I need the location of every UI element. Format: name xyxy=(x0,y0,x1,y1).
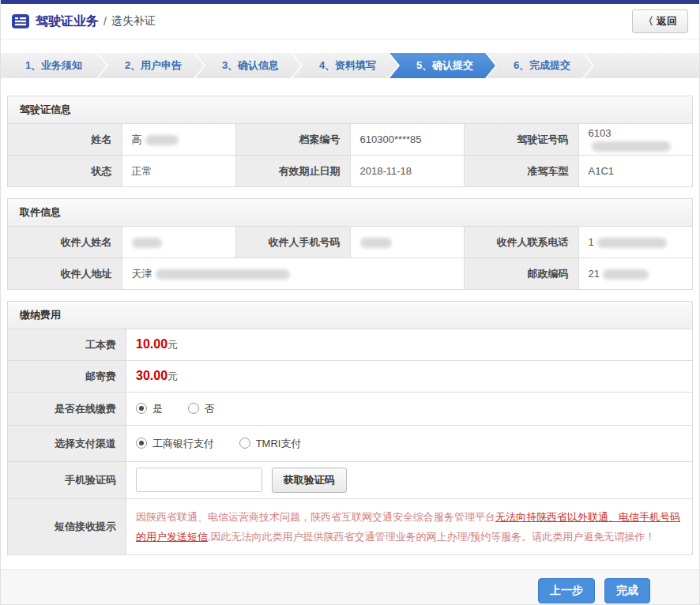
file-no-label: 档案编号 xyxy=(236,124,351,156)
radio-online-yes[interactable] xyxy=(136,403,147,414)
breadcrumb-current: 遗失补证 xyxy=(111,14,156,28)
step-wizard-filler xyxy=(584,53,699,78)
fee-unit: 元 xyxy=(167,339,178,351)
section-payment: 缴纳费用 工本费 10.00元 邮寄费 30.00元 是否在线缴费 是 否 选择… xyxy=(7,301,693,555)
sms-tip-text: 因陕西省联通、电信运营商技术问题，陕西省互联网交通安全综合服务管理平台无法向持陕… xyxy=(136,502,683,551)
page: 驾驶证业务 / 遗失补证 〈返回 1、业务须知 2、用户申告 3、确认信息 4、… xyxy=(0,0,700,605)
radio-channel-icbc[interactable] xyxy=(136,438,147,449)
redaction-blur xyxy=(592,141,671,152)
name-label: 姓名 xyxy=(8,124,122,156)
table-row: 手机验证码 获取验证码 xyxy=(8,462,693,499)
name-value: 高 xyxy=(122,124,236,156)
online-payment-label: 是否在线缴费 xyxy=(8,393,126,426)
radio-channel-icbc-label[interactable]: 工商银行支付 xyxy=(152,438,214,449)
redaction-blur xyxy=(360,238,392,248)
vehicle-class-label: 准驾车型 xyxy=(465,156,579,187)
step-3-confirm-info[interactable]: 3、确认信息 xyxy=(195,53,301,78)
table-row: 收件人地址 天津 邮政编码 21 xyxy=(8,258,693,290)
payment-table: 工本费 10.00元 邮寄费 30.00元 是否在线缴费 是 否 选择支付渠道 … xyxy=(7,329,693,555)
recipient-phone-label: 收件人联系电话 xyxy=(465,227,579,258)
table-row: 短信接收提示 因陕西省联通、电信运营商技术问题，陕西省互联网交通安全综合服务管理… xyxy=(8,499,693,555)
redaction-blur xyxy=(132,238,162,248)
sms-code-input[interactable] xyxy=(136,468,262,492)
step-5-confirm-submit[interactable]: 5、确认提交 xyxy=(390,53,495,78)
fee-unit: 元 xyxy=(167,370,178,382)
license-info-table: 姓名 高 档案编号 610300****85 驾驶证号码 6103 状态 正常 … xyxy=(7,123,693,187)
finish-button[interactable]: 完成 xyxy=(604,578,650,603)
table-row: 收件人姓名 收件人手机号码 收件人联系电话 1 xyxy=(8,227,693,258)
postcode-label: 邮政编码 xyxy=(465,258,579,290)
radio-channel-tmri-label[interactable]: TMRI支付 xyxy=(256,438,302,449)
table-row: 姓名 高 档案编号 610300****85 驾驶证号码 6103 xyxy=(8,124,693,156)
radio-channel-tmri[interactable] xyxy=(239,438,250,449)
status-value: 正常 xyxy=(122,156,236,187)
section-license-info: 驾驶证信息 姓名 高 档案编号 610300****85 驾驶证号码 6103 … xyxy=(7,96,693,187)
sms-tip-cell: 因陕西省联通、电信运营商技术问题，陕西省互联网交通安全综合服务管理平台无法向持陕… xyxy=(126,499,693,555)
step-wizard: 1、业务须知 2、用户申告 3、确认信息 4、资料填写 5、确认提交 6、完成提… xyxy=(1,53,699,78)
recipient-address-value: 天津 xyxy=(122,258,465,290)
radio-online-no-label[interactable]: 否 xyxy=(205,403,215,415)
table-row: 状态 正常 有效期止日期 2018-11-18 准驾车型 A1C1 xyxy=(8,156,693,187)
previous-step-button[interactable]: 上一步 xyxy=(538,578,595,603)
page-header: 驾驶证业务 / 遗失补证 〈返回 xyxy=(1,4,699,39)
redaction-blur xyxy=(145,135,179,145)
payment-channel-options: 工商银行支付 TMRI支付 xyxy=(126,426,693,462)
table-row: 工本费 10.00元 xyxy=(8,329,693,361)
form-list-icon xyxy=(12,14,29,28)
expiry-label: 有效期止日期 xyxy=(236,156,351,187)
redaction-blur xyxy=(156,269,290,280)
sms-code-label: 手机验证码 xyxy=(8,462,126,499)
back-chevron-icon: 〈 xyxy=(643,15,653,27)
section-pickup-info-title: 取件信息 xyxy=(7,198,693,226)
step-4-fill-data[interactable]: 4、资料填写 xyxy=(292,53,398,78)
recipient-name-label: 收件人姓名 xyxy=(8,227,122,258)
payment-channel-label: 选择支付渠道 xyxy=(8,426,126,462)
production-fee-value: 10.00元 xyxy=(126,329,693,361)
table-row: 选择支付渠道 工商银行支付 TMRI支付 xyxy=(8,426,693,462)
sms-tip-label: 短信接收提示 xyxy=(8,499,126,555)
step-1-business-notice[interactable]: 1、业务须知 xyxy=(1,53,107,78)
radio-online-yes-label[interactable]: 是 xyxy=(152,403,163,415)
pickup-info-table: 收件人姓名 收件人手机号码 收件人联系电话 1 收件人地址 天津 邮政编码 21 xyxy=(7,226,693,290)
expiry-value: 2018-11-18 xyxy=(350,156,465,187)
back-button[interactable]: 〈返回 xyxy=(632,9,688,33)
postage-fee-amount: 30.00 xyxy=(136,369,167,382)
sms-code-cell: 获取验证码 xyxy=(126,462,693,499)
postage-fee-label: 邮寄费 xyxy=(8,361,126,393)
recipient-mobile-label: 收件人手机号码 xyxy=(236,227,351,258)
step-2-user-declaration[interactable]: 2、用户申告 xyxy=(98,53,204,78)
recipient-phone-value: 1 xyxy=(578,227,693,258)
breadcrumb-separator: / xyxy=(103,15,107,28)
license-no-label: 驾驶证号码 xyxy=(465,124,579,156)
back-button-label: 返回 xyxy=(657,15,677,27)
redaction-blur xyxy=(603,269,649,280)
page-title: 驾驶证业务 xyxy=(36,13,99,30)
recipient-address-label: 收件人地址 xyxy=(8,258,122,290)
recipient-mobile-value xyxy=(350,227,465,258)
production-fee-label: 工本费 xyxy=(8,329,126,361)
online-payment-options: 是 否 xyxy=(126,393,693,426)
get-code-button[interactable]: 获取验证码 xyxy=(272,468,347,493)
recipient-name-value xyxy=(122,227,236,258)
footer-action-bar: 上一步 完成 xyxy=(1,569,699,605)
postcode-value: 21 xyxy=(578,258,693,290)
postage-fee-value: 30.00元 xyxy=(126,361,693,393)
license-no-value: 6103 xyxy=(578,124,693,156)
vehicle-class-value: A1C1 xyxy=(578,156,693,187)
redaction-blur xyxy=(597,238,667,248)
table-row: 是否在线缴费 是 否 xyxy=(8,393,693,426)
section-license-info-title: 驾驶证信息 xyxy=(7,96,693,123)
table-row: 邮寄费 30.00元 xyxy=(8,361,693,393)
production-fee-amount: 10.00 xyxy=(136,337,167,351)
radio-online-no[interactable] xyxy=(188,403,199,414)
status-label: 状态 xyxy=(8,156,122,187)
section-payment-title: 缴纳费用 xyxy=(7,301,693,329)
section-pickup-info: 取件信息 收件人姓名 收件人手机号码 收件人联系电话 1 收件人地址 天津 邮政… xyxy=(7,198,693,290)
step-6-complete-submit[interactable]: 6、完成提交 xyxy=(487,53,593,78)
file-no-value: 610300****85 xyxy=(350,124,465,156)
